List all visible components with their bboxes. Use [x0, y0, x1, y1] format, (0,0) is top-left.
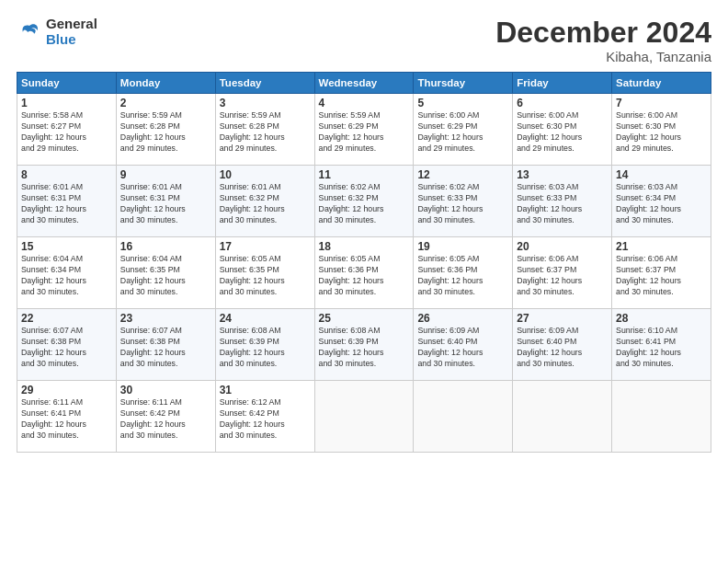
col-tuesday: Tuesday	[215, 73, 314, 94]
day-number: 28	[616, 312, 707, 325]
day-info: Sunrise: 6:05 AM Sunset: 6:36 PM Dayligh…	[417, 254, 508, 298]
day-number: 31	[220, 384, 311, 396]
col-thursday: Thursday	[414, 73, 513, 94]
day-number: 22	[21, 312, 112, 325]
calendar-cell: 27Sunrise: 6:09 AM Sunset: 6:40 PM Dayli…	[513, 309, 612, 381]
day-number: 18	[319, 240, 410, 253]
day-info: Sunrise: 6:01 AM Sunset: 6:32 PM Dayligh…	[220, 182, 311, 226]
day-info: Sunrise: 6:02 AM Sunset: 6:32 PM Dayligh…	[319, 182, 410, 226]
calendar-cell: 4Sunrise: 5:59 AM Sunset: 6:29 PM Daylig…	[314, 94, 414, 166]
week-row-4: 22Sunrise: 6:07 AM Sunset: 6:38 PM Dayli…	[17, 309, 711, 381]
calendar-cell: 15Sunrise: 6:04 AM Sunset: 6:34 PM Dayli…	[17, 237, 117, 309]
day-number: 13	[517, 168, 608, 181]
day-info: Sunrise: 6:11 AM Sunset: 6:42 PM Dayligh…	[120, 397, 211, 442]
day-info: Sunrise: 6:10 AM Sunset: 6:41 PM Dayligh…	[616, 326, 707, 370]
calendar-cell	[612, 381, 711, 453]
calendar-cell: 23Sunrise: 6:07 AM Sunset: 6:38 PM Dayli…	[116, 309, 215, 381]
day-info: Sunrise: 6:04 AM Sunset: 6:34 PM Dayligh…	[21, 254, 112, 298]
calendar-cell: 29Sunrise: 6:11 AM Sunset: 6:41 PM Dayli…	[17, 381, 117, 453]
day-number: 4	[319, 97, 410, 109]
calendar-cell: 1Sunrise: 5:58 AM Sunset: 6:27 PM Daylig…	[17, 94, 117, 166]
calendar-cell: 21Sunrise: 6:06 AM Sunset: 6:37 PM Dayli…	[612, 237, 711, 309]
day-info: Sunrise: 6:12 AM Sunset: 6:42 PM Dayligh…	[220, 397, 311, 442]
col-wednesday: Wednesday	[314, 73, 414, 94]
calendar-cell: 26Sunrise: 6:09 AM Sunset: 6:40 PM Dayli…	[414, 309, 513, 381]
day-number: 19	[417, 240, 508, 253]
day-number: 24	[220, 312, 311, 325]
calendar-cell: 30Sunrise: 6:11 AM Sunset: 6:42 PM Dayli…	[116, 381, 215, 453]
day-number: 14	[616, 168, 707, 181]
calendar-cell: 13Sunrise: 6:03 AM Sunset: 6:33 PM Dayli…	[513, 166, 612, 237]
day-info: Sunrise: 6:01 AM Sunset: 6:31 PM Dayligh…	[120, 182, 211, 226]
calendar-cell: 9Sunrise: 6:01 AM Sunset: 6:31 PM Daylig…	[116, 166, 215, 237]
calendar-cell: 8Sunrise: 6:01 AM Sunset: 6:31 PM Daylig…	[17, 166, 117, 237]
calendar-cell: 25Sunrise: 6:08 AM Sunset: 6:39 PM Dayli…	[314, 309, 414, 381]
day-info: Sunrise: 6:07 AM Sunset: 6:38 PM Dayligh…	[21, 326, 112, 370]
day-info: Sunrise: 6:00 AM Sunset: 6:29 PM Dayligh…	[417, 110, 508, 155]
calendar-cell	[314, 381, 414, 453]
day-info: Sunrise: 5:59 AM Sunset: 6:28 PM Dayligh…	[120, 110, 211, 155]
day-number: 30	[120, 384, 211, 396]
day-info: Sunrise: 6:05 AM Sunset: 6:36 PM Dayligh…	[319, 254, 410, 298]
day-number: 21	[616, 240, 707, 253]
calendar-cell	[513, 381, 612, 453]
day-number: 27	[517, 312, 608, 325]
page: General Blue December 2024 Kibaha, Tanza…	[0, 0, 728, 563]
calendar-cell: 28Sunrise: 6:10 AM Sunset: 6:41 PM Dayli…	[612, 309, 711, 381]
day-number: 16	[120, 240, 211, 253]
day-info: Sunrise: 5:59 AM Sunset: 6:28 PM Dayligh…	[220, 110, 311, 155]
day-number: 23	[120, 312, 211, 325]
day-info: Sunrise: 6:06 AM Sunset: 6:37 PM Dayligh…	[616, 254, 707, 298]
day-number: 7	[616, 97, 707, 109]
calendar-cell: 2Sunrise: 5:59 AM Sunset: 6:28 PM Daylig…	[116, 94, 215, 166]
day-number: 9	[120, 168, 211, 181]
day-info: Sunrise: 6:09 AM Sunset: 6:40 PM Dayligh…	[517, 326, 608, 370]
calendar-cell: 3Sunrise: 5:59 AM Sunset: 6:28 PM Daylig…	[215, 94, 314, 166]
calendar-cell: 22Sunrise: 6:07 AM Sunset: 6:38 PM Dayli…	[17, 309, 117, 381]
day-info: Sunrise: 6:09 AM Sunset: 6:40 PM Dayligh…	[417, 326, 508, 370]
logo: General Blue	[17, 17, 97, 47]
week-row-5: 29Sunrise: 6:11 AM Sunset: 6:41 PM Dayli…	[17, 381, 711, 453]
day-info: Sunrise: 6:00 AM Sunset: 6:30 PM Dayligh…	[517, 110, 608, 155]
logo-general-text: General	[46, 17, 97, 32]
day-number: 3	[220, 97, 311, 109]
day-info: Sunrise: 6:00 AM Sunset: 6:30 PM Dayligh…	[616, 110, 707, 155]
week-row-2: 8Sunrise: 6:01 AM Sunset: 6:31 PM Daylig…	[17, 166, 711, 237]
day-number: 8	[21, 168, 112, 181]
day-number: 11	[319, 168, 410, 181]
day-number: 6	[517, 97, 608, 109]
calendar-cell	[414, 381, 513, 453]
day-info: Sunrise: 6:08 AM Sunset: 6:39 PM Dayligh…	[319, 326, 410, 370]
col-sunday: Sunday	[17, 73, 117, 94]
calendar-cell: 18Sunrise: 6:05 AM Sunset: 6:36 PM Dayli…	[314, 237, 414, 309]
day-info: Sunrise: 6:04 AM Sunset: 6:35 PM Dayligh…	[120, 254, 211, 298]
calendar-table: Sunday Monday Tuesday Wednesday Thursday…	[17, 72, 711, 453]
day-number: 12	[417, 168, 508, 181]
col-monday: Monday	[116, 73, 215, 94]
calendar-cell: 31Sunrise: 6:12 AM Sunset: 6:42 PM Dayli…	[215, 381, 314, 453]
calendar-cell: 7Sunrise: 6:00 AM Sunset: 6:30 PM Daylig…	[612, 94, 711, 166]
week-row-3: 15Sunrise: 6:04 AM Sunset: 6:34 PM Dayli…	[17, 237, 711, 309]
calendar-cell: 10Sunrise: 6:01 AM Sunset: 6:32 PM Dayli…	[215, 166, 314, 237]
day-number: 26	[417, 312, 508, 325]
week-row-1: 1Sunrise: 5:58 AM Sunset: 6:27 PM Daylig…	[17, 94, 711, 166]
day-info: Sunrise: 6:03 AM Sunset: 6:34 PM Dayligh…	[616, 182, 707, 226]
day-number: 5	[417, 97, 508, 109]
day-number: 29	[21, 384, 112, 396]
day-info: Sunrise: 5:58 AM Sunset: 6:27 PM Dayligh…	[21, 110, 112, 155]
calendar-cell: 6Sunrise: 6:00 AM Sunset: 6:30 PM Daylig…	[513, 94, 612, 166]
day-info: Sunrise: 6:05 AM Sunset: 6:35 PM Dayligh…	[220, 254, 311, 298]
day-info: Sunrise: 6:06 AM Sunset: 6:37 PM Dayligh…	[517, 254, 608, 298]
logo-icon	[17, 19, 42, 45]
logo-text: General Blue	[46, 17, 97, 47]
logo-blue-text: Blue	[46, 32, 97, 48]
day-info: Sunrise: 6:03 AM Sunset: 6:33 PM Dayligh…	[517, 182, 608, 226]
day-number: 1	[21, 97, 112, 109]
calendar-cell: 12Sunrise: 6:02 AM Sunset: 6:33 PM Dayli…	[414, 166, 513, 237]
col-friday: Friday	[513, 73, 612, 94]
day-number: 10	[220, 168, 311, 181]
day-info: Sunrise: 6:11 AM Sunset: 6:41 PM Dayligh…	[21, 397, 112, 442]
calendar-cell: 5Sunrise: 6:00 AM Sunset: 6:29 PM Daylig…	[414, 94, 513, 166]
day-number: 15	[21, 240, 112, 253]
title-location: Kibaha, Tanzania	[495, 49, 711, 64]
